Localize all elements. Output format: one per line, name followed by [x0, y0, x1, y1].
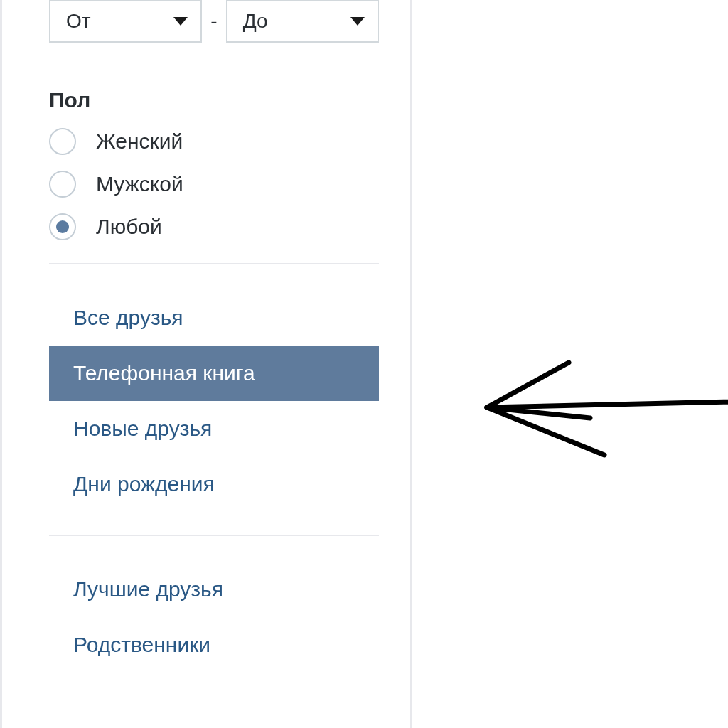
radio-icon: [49, 128, 76, 155]
gender-radio-female[interactable]: Женский: [49, 128, 363, 155]
age-from-select[interactable]: От: [49, 0, 202, 43]
divider: [49, 263, 379, 264]
nav-item-relatives[interactable]: Родственники: [2, 617, 410, 673]
nav-item-label: Все друзья: [73, 306, 183, 329]
age-to-select[interactable]: До: [226, 0, 379, 43]
nav-item-all-friends[interactable]: Все друзья: [2, 290, 410, 346]
radio-icon-selected: [49, 213, 76, 240]
age-to-label: До: [243, 10, 268, 33]
gender-section-label: Пол: [2, 88, 410, 112]
nav-primary-list: Все друзья Телефонная книга Новые друзья…: [2, 290, 410, 512]
nav-item-new-friends[interactable]: Новые друзья: [2, 401, 410, 456]
nav-item-label: Новые друзья: [73, 417, 212, 440]
nav-item-label: Телефонная книга: [73, 361, 255, 385]
filter-panel: От - До Пол Женский Мужской Любой Все др…: [0, 0, 412, 728]
nav-item-birthdays[interactable]: Дни рождения: [2, 456, 410, 512]
divider: [49, 535, 379, 536]
nav-item-phone-book[interactable]: Телефонная книга: [49, 346, 379, 401]
radio-icon: [49, 171, 76, 198]
nav-item-best-friends[interactable]: Лучшие друзья: [2, 562, 410, 617]
gender-radio-any[interactable]: Любой: [49, 213, 363, 240]
range-separator: -: [209, 10, 218, 33]
age-range-row: От - До: [2, 0, 410, 43]
nav-secondary-list: Лучшие друзья Родственники: [2, 562, 410, 673]
nav-item-label: Лучшие друзья: [73, 577, 223, 601]
gender-radio-group: Женский Мужской Любой: [2, 128, 410, 240]
caret-down-icon: [350, 17, 365, 26]
gender-radio-label: Женский: [96, 129, 183, 154]
age-from-label: От: [66, 10, 91, 33]
gender-radio-label: Мужской: [96, 172, 183, 196]
gender-radio-male[interactable]: Мужской: [49, 171, 363, 198]
nav-item-label: Дни рождения: [73, 472, 215, 496]
gender-radio-label: Любой: [96, 215, 162, 239]
caret-down-icon: [173, 17, 188, 26]
nav-item-label: Родственники: [73, 633, 210, 656]
arrow-annotation-icon: [476, 341, 728, 476]
